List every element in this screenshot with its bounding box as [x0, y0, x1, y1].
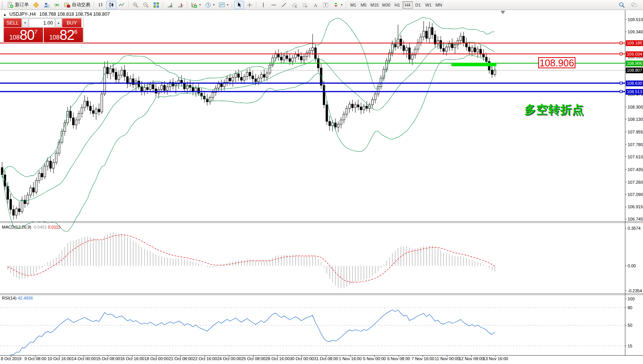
toolbar-group: ▾▾▾: [189, 1, 230, 9]
autotrading-label: 自动交易: [72, 2, 90, 8]
volume-input[interactable]: [29, 18, 55, 27]
axis-price-tag: 109.034: [626, 51, 643, 57]
new-order-button[interactable]: 新订单: [5, 1, 31, 9]
svg-text:-0.2354: -0.2354: [628, 288, 642, 293]
horizontal-line-button[interactable]: [269, 1, 279, 9]
autotrading-button[interactable]: 自动交易: [62, 1, 92, 9]
timeframe-m5-button[interactable]: M5: [359, 1, 369, 9]
text-label-button[interactable]: T: [321, 1, 331, 9]
timeframe-d1-button[interactable]: D1: [413, 1, 423, 9]
hline-icon: [271, 2, 277, 8]
chart-shift-marker: [501, 11, 505, 14]
svg-text:80: 80: [628, 305, 632, 310]
buy-price-main: 108: [49, 33, 60, 42]
svg-text:109.340: 109.340: [628, 30, 643, 34]
equidistant-channel-button[interactable]: E: [289, 1, 299, 9]
metaeditor-button[interactable]: [31, 1, 41, 9]
timeframe-h4-button[interactable]: H4: [403, 1, 413, 9]
chevron-down-icon: ▾: [227, 3, 228, 7]
templates-button[interactable]: ▾: [217, 1, 230, 9]
auto-scroll-button[interactable]: [165, 1, 175, 9]
indicators-button[interactable]: ▾: [189, 1, 203, 9]
vertical-line-button[interactable]: [258, 1, 268, 9]
zoom-out-button[interactable]: [141, 1, 151, 9]
svg-text:15: 15: [628, 344, 632, 348]
zoom-in-icon: [132, 2, 139, 8]
rsi-value: 42.4836: [18, 296, 33, 300]
candle-chart-icon: [108, 2, 114, 8]
signals-icon: [54, 2, 60, 8]
svg-text:50: 50: [628, 323, 632, 328]
timeframe-h1-button[interactable]: H1: [392, 1, 402, 9]
svg-text:106.745: 106.745: [628, 217, 643, 221]
toolbar-group: 新订单自动交易: [5, 1, 92, 9]
profile-button[interactable]: [41, 1, 51, 9]
time-axis: 8 Oct 20199 Oct 08:0010 Oct 16:0014 Oct …: [0, 356, 643, 363]
chevron-down-icon: ▾: [341, 3, 342, 7]
volume-increase-button[interactable]: ▲: [55, 18, 62, 27]
search-button[interactable]: [617, 1, 627, 9]
triangle-up-icon: ▲: [57, 21, 60, 24]
candle-chart-mode-button[interactable]: [106, 1, 116, 9]
tile-windows-icon: [153, 2, 159, 8]
toolbar-separator: [256, 1, 257, 9]
timeframe-mn-button[interactable]: MN: [434, 1, 444, 9]
chart-shift-button[interactable]: [175, 1, 185, 9]
arrows-icon: [333, 2, 339, 8]
toolbar-group: [234, 1, 255, 9]
crosshair-button[interactable]: [245, 1, 255, 9]
macd-signal-value: 0.0113: [48, 225, 61, 229]
buy-price-pip: 6: [74, 29, 77, 35]
buy-price-button[interactable]: 108 82 6: [44, 28, 83, 42]
periods-button[interactable]: ▾: [203, 1, 217, 9]
bar-chart-mode-button[interactable]: [96, 1, 106, 9]
svg-text:107.780: 107.780: [628, 142, 643, 147]
timeframe-m15-button[interactable]: M15: [369, 1, 380, 9]
sell-price-button[interactable]: 108 80 7: [4, 28, 43, 42]
volume-decrease-button[interactable]: ▼: [22, 18, 28, 27]
timeframe-w1-button[interactable]: W1: [423, 1, 433, 9]
timeframe-m1-button[interactable]: M1: [348, 1, 358, 9]
trade-prices-row: 108 80 7 108 82 6: [4, 28, 83, 42]
trendline-button[interactable]: [279, 1, 289, 9]
chat-button[interactable]: [629, 1, 639, 9]
svg-text:108.130: 108.130: [628, 117, 643, 122]
timeframe-m30-button[interactable]: M30: [380, 1, 392, 9]
tile-windows-button[interactable]: [151, 1, 161, 9]
svg-text:109.510: 109.510: [628, 17, 643, 22]
svg-text:E: E: [295, 5, 297, 8]
sell-button[interactable]: SELL: [4, 18, 21, 27]
signals-button[interactable]: [52, 1, 62, 9]
rsi-name: RSI(14): [2, 296, 17, 300]
collapse-icon[interactable]: ▲: [3, 13, 7, 16]
svg-text:A: A: [314, 2, 317, 8]
text-button[interactable]: A: [310, 1, 320, 9]
new-order-icon: [7, 2, 13, 8]
trendline-icon: [281, 2, 287, 8]
price-callout-box[interactable]: 108.906: [538, 57, 575, 68]
fibo-icon: F: [302, 2, 308, 8]
toolbar-separator: [346, 1, 347, 9]
chart-shift-icon: [177, 2, 183, 8]
toolbar-group: [96, 1, 127, 9]
triangle-down-icon: ▼: [24, 21, 26, 24]
annotation-text[interactable]: 多空转折点: [524, 102, 584, 118]
macd-label: MACD(12,26,9) -0.0451 0.0113: [2, 225, 61, 229]
zoom-in-button[interactable]: [131, 1, 141, 9]
line-chart-mode-button[interactable]: [117, 1, 127, 9]
macd-name: MACD(12,26,9): [2, 225, 31, 229]
crosshair-icon: [246, 2, 253, 8]
chat-icon: [631, 2, 637, 8]
trade-controls-row: SELL ▼ ▲ BUY: [4, 18, 83, 27]
fibonacci-button[interactable]: F: [300, 1, 310, 9]
svg-text:107.260: 107.260: [628, 180, 643, 184]
toolbar-separator: [187, 1, 188, 9]
arrows-button[interactable]: ▾: [331, 1, 344, 9]
profile-icon: [43, 2, 50, 8]
buy-button[interactable]: BUY: [62, 18, 81, 27]
toolbar-separator: [128, 1, 129, 9]
line-chart-icon: [119, 2, 125, 8]
cursor-button[interactable]: [234, 1, 244, 9]
toolbar-separator: [163, 1, 164, 9]
textlabel-icon: T: [322, 2, 329, 8]
